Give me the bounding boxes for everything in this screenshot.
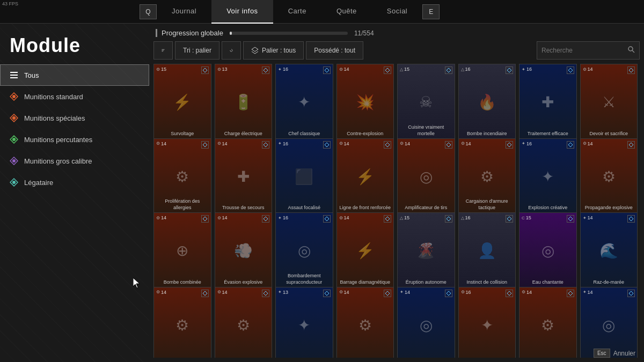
card-badge [627, 67, 635, 74]
card-item[interactable]: ⚡⚙15Survoltage [153, 64, 211, 141]
card-item[interactable]: ⚙⚙14 [215, 287, 273, 358]
card-background-icon: 🔥 [459, 64, 516, 140]
card-item[interactable]: 🔋⚙13Charge électrique [215, 64, 273, 141]
card-item[interactable]: ⚙⚙14 [336, 287, 394, 358]
owned-btn[interactable]: Possédé : tout [306, 41, 363, 60]
card-tier: ⚙14 [339, 67, 349, 72]
card-item[interactable]: ✚⚙14Trousse de secours [215, 138, 273, 215]
card-background-icon: 💨 [215, 213, 272, 289]
card-badge [201, 290, 209, 297]
search-icon[interactable] [627, 46, 635, 55]
card-badge [627, 141, 635, 149]
card-item[interactable]: ◎✦14 [397, 287, 455, 358]
card-item[interactable]: ◎⚙14Amplificateur de tirs [397, 138, 455, 215]
card-tier: ✦14 [583, 290, 593, 295]
card-badge [506, 141, 513, 149]
tab-social[interactable]: Social [372, 0, 422, 24]
sidebar-item-percutantes[interactable]: Munitions percutantes [0, 129, 149, 150]
sort-icon-btn[interactable] [153, 41, 173, 60]
card-badge [323, 141, 331, 149]
card-tier: ⚙14 [400, 141, 410, 146]
svg-marker-50 [629, 291, 633, 295]
nav-key-right[interactable]: E [422, 4, 440, 19]
svg-marker-31 [447, 143, 451, 147]
card-item[interactable]: ⚙⚙14Prolifération des allergies [153, 138, 211, 215]
refresh-btn[interactable] [222, 41, 241, 60]
card-item[interactable]: ✦✦16Explosion créative [519, 138, 577, 215]
card-tier: △15 [400, 67, 409, 72]
card-badge [445, 67, 452, 74]
card-tier: ⚙14 [156, 215, 166, 220]
card-item[interactable]: ◎✦16Bombardement supraconducteur [275, 212, 333, 289]
card-background-icon: 🌊 [581, 213, 638, 289]
sidebar-item-speciales[interactable]: Munitions spéciales [0, 107, 149, 129]
card-badge [262, 290, 269, 297]
card-item[interactable]: ✦⚙16 [458, 287, 516, 358]
card-badge [567, 215, 574, 223]
card-item[interactable]: ⚙⚙14Propagande explosive [580, 138, 638, 215]
card-item[interactable]: ⚙⚙14 [519, 287, 577, 358]
card-item[interactable]: ⊕⚙14Bombe combinée [153, 212, 211, 289]
card-name: Raz-de-marée [591, 279, 626, 286]
layer-label: Palier : tous [262, 47, 296, 54]
card-item[interactable]: ✦✦16Chef classique [275, 64, 333, 141]
card-name: Instinct de collision [464, 279, 509, 286]
owned-label: Possédé : tout [314, 47, 355, 54]
sort-palier-btn[interactable]: Tri : palier [175, 41, 219, 60]
tab-voir-infos[interactable]: Voir infos [211, 0, 273, 24]
card-item[interactable]: ◎C15Eau chantante [519, 212, 577, 289]
tab-journal[interactable]: Journal [157, 0, 211, 24]
card-item[interactable]: ⬛✦16Assaut focalisé [275, 138, 333, 215]
card-tier: ✦16 [522, 67, 532, 72]
percutantes-icon [9, 135, 19, 144]
sidebar-item-tous[interactable]: Tous [0, 64, 149, 86]
svg-marker-26 [629, 68, 633, 72]
tab-quete[interactable]: Quête [321, 0, 372, 24]
card-item[interactable]: ✚✦16Traitement efficace [519, 64, 577, 141]
card-item[interactable]: ☠△15Cuisine vraiment mortelle [397, 64, 455, 141]
svg-marker-6 [12, 116, 16, 120]
card-background-icon: ✚ [519, 64, 576, 140]
card-tier: ⚙14 [461, 141, 471, 146]
card-item[interactable]: ⚙⚙14Cargaison d'armure tactique [458, 138, 516, 215]
card-background-icon: ⚡ [337, 213, 394, 289]
card-item[interactable]: ✦✦13 [275, 287, 333, 358]
card-tier: ✦16 [522, 141, 532, 146]
card-item[interactable]: 🔥△16Bombe incendiaire [458, 64, 516, 141]
esc-key[interactable]: Esc [594, 349, 610, 358]
svg-marker-33 [568, 143, 573, 147]
sidebar-item-legataire[interactable]: Légataire [0, 172, 149, 193]
card-item[interactable]: 🌊✦14Raz-de-marée [580, 212, 638, 289]
card-tier: ⚙14 [522, 290, 532, 295]
card-badge [567, 67, 574, 74]
svg-point-4 [12, 95, 16, 98]
tab-carte[interactable]: Carte [273, 0, 321, 24]
card-background-icon: ⬛ [276, 139, 333, 215]
svg-marker-22 [385, 68, 390, 72]
card-tier: ⚙14 [217, 290, 228, 295]
bottom-bar: Esc Annuler [585, 344, 644, 362]
card-item[interactable]: ⚡⚙14Ligne de front renforcée [336, 138, 394, 215]
sidebar-item-gros[interactable]: Munitions gros calibre [0, 150, 149, 172]
sidebar-item-standard[interactable]: Munitions standard [0, 86, 149, 107]
card-item[interactable]: ⚙⚙14 [153, 287, 211, 358]
nav-key-left[interactable]: Q [140, 4, 157, 19]
card-item[interactable]: 🌋△15Éruption autonome [397, 212, 455, 289]
card-badge [506, 215, 513, 223]
card-tier: ⚙13 [217, 67, 228, 72]
card-tier: ✦16 [278, 215, 288, 220]
card-tier: △16 [461, 215, 471, 220]
card-name: Barrage diamagnétique [338, 279, 392, 286]
speciales-icon [9, 113, 19, 123]
card-badge [627, 290, 635, 297]
card-item[interactable]: ⚔⚙14Devoir et sacrifice [580, 64, 638, 141]
search-input[interactable] [541, 47, 627, 54]
card-item[interactable]: 💥⚙14Contre-explosion [336, 64, 394, 141]
card-item[interactable]: 💨⚙14Évasion explosive [215, 212, 273, 289]
layer-btn[interactable]: Palier : tous [243, 41, 304, 60]
card-item[interactable]: ⚡⚙14Barrage diamagnétique [336, 212, 394, 289]
card-item[interactable]: 👤△16Instinct de collision [458, 212, 516, 289]
card-background-icon: 👤 [459, 213, 516, 289]
card-badge [201, 67, 209, 74]
card-background-icon: ✦ [459, 287, 516, 358]
